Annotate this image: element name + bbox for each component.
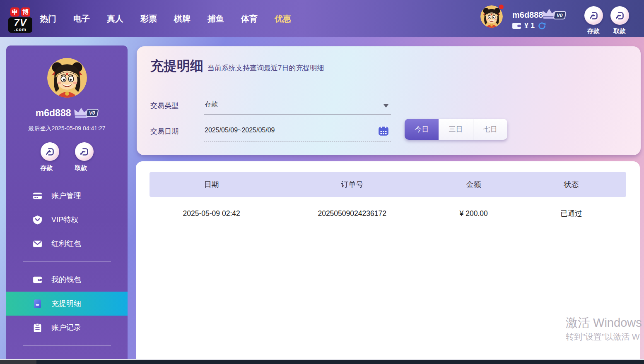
deposit-icon [588,10,599,21]
date-range-quick-buttons: 今日 三日 七日 [405,119,507,140]
red-envelope-icon [32,239,43,249]
taskbar-edge-left [0,360,36,364]
table-header: 日期 订单号 金额 状态 [150,172,626,197]
cell-amount: ¥ 200.00 [431,209,516,218]
cell-status: 已通过 [516,208,626,218]
sidebar-item-deposit-withdrawal-details[interactable]: 充提明细 [6,292,128,316]
withdraw-button[interactable]: 取款 [75,142,94,172]
filter-panel: 充提明细 当前系统支持查询最近7日的充提明细 交易类型 存款 交易日期 2025… [137,46,641,155]
main-nav: 热门 电子 真人 彩票 棋牌 捕鱼 体育 优惠 [40,0,291,37]
deposit-button[interactable]: 存款 [41,142,59,172]
page-header: 充提明细 当前系统支持查询最近7日的充提明细 [150,57,324,75]
nav-item-live[interactable]: 真人 [107,13,123,24]
bank-card-icon [32,191,43,201]
withdraw-label: 取款 [609,27,630,35]
column-header-amount: 金额 [431,180,516,189]
sidebar-item-label: 红利红包 [51,239,81,249]
sidebar-item-vip-privileges[interactable]: VIP特权 [6,208,128,232]
vip-badge: V0 [86,109,99,117]
sidebar-item-my-wallet[interactable]: 我的钱包 [6,268,128,292]
vip-badge: V0 [553,11,566,19]
clipboard-icon [32,323,43,333]
nav-item-lottery[interactable]: 彩票 [140,13,157,24]
sidebar-menu: 账户管理 VIP特权 红利红包 我的钱包 [6,184,128,359]
nav-item-board[interactable]: 棋牌 [174,13,191,24]
transaction-type-value: 存款 [205,100,218,109]
sidebar: m6d888 V0 最后登入2025-05-09 04:41:27 存款 [6,46,128,359]
sidebar-item-account-records[interactable]: 账户记录 [6,316,128,340]
nav-item-fishing[interactable]: 捕鱼 [207,13,224,24]
page-subtitle: 当前系统支持查询最近7日的充提明细 [207,63,324,73]
windows-activation-watermark-line2: 转到"设置"以激活 W [566,331,640,342]
sidebar-item-label: 账户记录 [51,323,81,333]
cell-order-no: 20250509024236172 [273,209,431,218]
logo-char-shen: 申 [10,7,19,17]
logo-com-text: .com [9,27,31,31]
transaction-type-label: 交易类型 [150,101,178,110]
menu-divider [23,345,111,346]
wallet-icon [32,275,43,285]
transaction-date-label: 交易日期 [150,127,178,136]
sidebar-item-clipped[interactable] [6,352,128,359]
notification-dot [499,5,504,9]
withdraw-button[interactable]: 取款 [609,6,630,35]
page-title: 充提明细 [150,57,203,75]
balance-row: ¥ 1 [512,22,546,30]
wallet-icon [512,22,521,29]
deposit-label: 存款 [41,164,59,172]
date-range-input[interactable]: 2025/05/09~2025/05/09 [204,121,391,142]
avatar[interactable] [47,58,87,98]
withdraw-label: 取款 [75,164,94,172]
balance-amount: ¥ 1 [524,22,535,30]
column-header-order-no: 订单号 [273,180,431,189]
range-today-button[interactable]: 今日 [405,119,439,140]
logo-char-bo: 博 [21,7,30,17]
sidebar-item-bonus-redpacket[interactable]: 红利红包 [6,232,128,256]
table-row[interactable]: 2025-05-09 02:42 20250509024236172 ¥ 200… [150,197,626,230]
sidebar-item-label: 充提明细 [51,299,81,309]
top-nav-bar: 申 博 7V .com 热门 电子 真人 彩票 棋牌 捕鱼 体育 优惠 [0,0,644,37]
sidebar-item-label: 账户管理 [51,191,81,201]
withdraw-icon [79,146,89,157]
nav-item-slots[interactable]: 电子 [73,13,90,24]
range-3day-button[interactable]: 三日 [439,119,473,140]
withdraw-icon [614,10,625,21]
vip-shield-icon [32,215,43,225]
sidebar-user-row: m6d888 V0 [6,106,128,120]
avatar-image [480,5,503,28]
date-range-value: 2025/05/09~2025/05/09 [205,127,275,134]
logo-7v-text: 7V [9,18,31,27]
username: m6d888 [512,10,543,20]
windows-activation-watermark-line1: 激活 Windows [566,315,642,331]
avatar[interactable] [480,5,503,28]
vip-level[interactable]: V0 [542,8,566,19]
cell-date: 2025-05-09 02:42 [150,209,273,218]
refresh-balance-icon[interactable] [538,22,546,30]
sidebar-item-label: 我的钱包 [51,275,81,285]
taskbar-edge [0,359,644,364]
records-panel: 日期 订单号 金额 状态 2025-05-09 02:42 2025050902… [136,161,640,359]
transaction-type-select[interactable]: 存款 [204,96,391,115]
last-login-text: 最后登入2025-05-09 04:41:27 [6,125,128,132]
column-header-date: 日期 [150,180,273,189]
chevron-down-icon [384,104,388,108]
deposit-withdrawal-details-page: { "brand": { "chars": ["申", "博"], "name"… [0,0,644,364]
menu-divider [23,261,111,262]
deposit-label: 存款 [583,27,604,35]
sidebar-item-label: VIP特权 [51,215,78,225]
brand-logo[interactable]: 申 博 7V .com [8,7,32,33]
document-icon [32,299,43,309]
avatar-image [47,58,87,98]
sidebar-quick-actions: 存款 取款 [6,142,128,172]
calendar-icon[interactable] [378,125,389,136]
username: m6d888 [36,108,71,119]
nav-item-sports[interactable]: 体育 [241,13,258,24]
range-7day-button[interactable]: 七日 [473,119,507,140]
nav-item-promotions[interactable]: 优惠 [275,13,291,24]
deposit-button[interactable]: 存款 [583,6,604,35]
deposit-icon [44,146,55,157]
nav-item-hot[interactable]: 热门 [40,13,56,24]
sidebar-item-account-management[interactable]: 账户管理 [6,184,128,208]
column-header-status: 状态 [516,180,626,189]
